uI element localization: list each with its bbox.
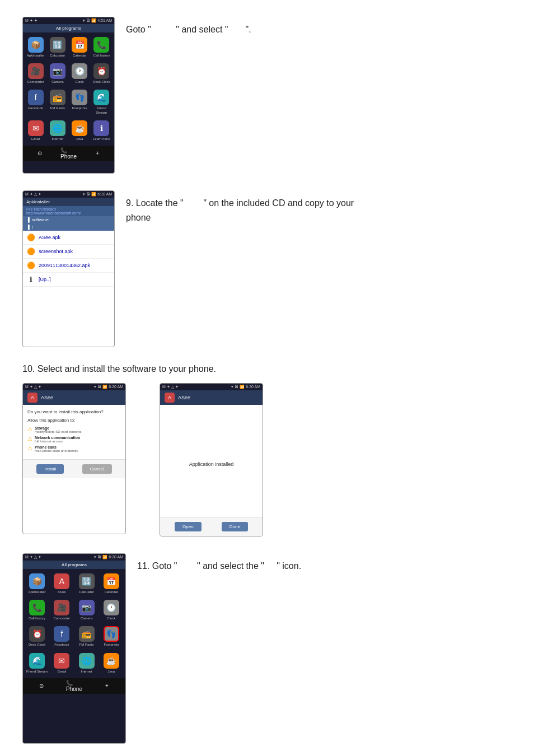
app-item-gmail[interactable]: ✉Gmail: [25, 118, 46, 143]
app-icon: 🌊: [93, 90, 109, 105]
app-item2-clock[interactable]: 🕐Clock: [100, 598, 123, 623]
fm-file-icon: 🟠: [26, 261, 35, 270]
inst5-step: 11.: [137, 561, 149, 571]
folder2-label: i: [32, 225, 33, 230]
app-item-calculator[interactable]: 🔢Calculator: [47, 35, 68, 60]
app-label2: Desk Clock: [29, 643, 45, 647]
app-item2-java[interactable]: ☕Java: [100, 651, 123, 676]
instruction-1: Goto " " and select " ".: [126, 17, 512, 37]
app-item-clock[interactable]: 🕐Clock: [69, 61, 90, 86]
inst1-middle: " and select ": [176, 25, 228, 34]
fm-path-text: File Path:/sdcard: [26, 207, 111, 211]
app-item2-footprints[interactable]: 👣Footprints: [100, 624, 123, 649]
status-bar-2: M ✦ △ ✦ ▾ 🖻 📶 6:20 AM: [23, 554, 125, 561]
fm-file-label: 200911130014362.apk: [39, 263, 90, 268]
plus-btn-1[interactable]: +: [92, 148, 103, 159]
app-icon: 📻: [50, 90, 65, 105]
app-item2-asee[interactable]: AASee: [50, 571, 73, 596]
app-icon2: ⏰: [29, 626, 45, 642]
app-label: Facebook: [28, 106, 43, 110]
app-item2-facebook[interactable]: fFacebook: [50, 624, 73, 649]
app-icon2: A: [54, 573, 69, 589]
app-item-camcorder[interactable]: 🎥Camcorder: [25, 61, 46, 86]
inst-status-right-r: ▾ 🖻 📶 6:20 AM: [231, 385, 260, 389]
done-button[interactable]: Done: [222, 522, 248, 531]
app-item-desk-clock[interactable]: ⏰Desk Clock: [91, 61, 112, 86]
app-item2-gmail[interactable]: ✉Gmail: [50, 651, 73, 676]
app-item-internet[interactable]: 🌐Internet: [47, 118, 68, 143]
app-item2-call-history[interactable]: 📞Call history: [25, 598, 49, 623]
title-bar-2: All programs: [23, 561, 125, 569]
fm-folder2[interactable]: ▐ i: [23, 223, 114, 231]
app-item-facebook[interactable]: fFacebook: [25, 87, 46, 116]
folder2-icon: ▐: [26, 225, 30, 230]
inst-appname: ASee: [41, 395, 53, 400]
app-item-call-history[interactable]: 📞Call history: [91, 35, 112, 60]
fm-file-item[interactable]: ℹ[Up..]: [23, 273, 114, 287]
app-label2: Calendar: [105, 590, 118, 594]
plus-btn-2[interactable]: +: [101, 680, 113, 692]
app-label2: Facebook: [54, 643, 69, 647]
phone-btn-1[interactable]: 📞 Phone: [63, 148, 74, 159]
app-item2-internet[interactable]: 🌐Internet: [75, 651, 99, 676]
app-label: Calendar: [73, 54, 86, 58]
fm-file-item[interactable]: 🟠ASee.apk: [23, 231, 114, 245]
app-item-friend-stream[interactable]: 🌊Friend Stream: [91, 87, 112, 116]
app-label2: ApkInstaller: [28, 590, 45, 594]
inst-app-icon: A: [27, 393, 38, 403]
app-item-fm-radio[interactable]: 📻FM Radio: [47, 87, 68, 116]
bottom-bar-2: ⊙ 📞 Phone +: [23, 678, 125, 694]
fm-file-item[interactable]: 🟠200911130014362.apk: [23, 259, 114, 273]
app-item-apkinstaller[interactable]: 📦ApkInstaller: [25, 35, 46, 60]
app-item2-friend-stream[interactable]: 🌊Friend Stream: [25, 651, 49, 676]
app-icon: ⏰: [93, 63, 109, 79]
app-label: ApkInstaller: [27, 54, 44, 58]
perm-phone-icon: ⚠: [27, 445, 32, 451]
inst-header-left: A ASee: [23, 390, 125, 405]
fm-file-item[interactable]: 🟠screenshot.apk: [23, 245, 114, 259]
app-label: Clock: [76, 80, 84, 84]
install-button[interactable]: Install: [36, 464, 64, 474]
back-btn-1[interactable]: ⊙: [34, 148, 45, 159]
app-icon: ℹ: [93, 120, 109, 136]
app-label: Camcorder: [27, 80, 44, 84]
app-item2-calendar[interactable]: 📅Calendar: [100, 571, 123, 596]
app-item-camera[interactable]: 📷Camera: [47, 61, 68, 86]
app-item-calendar[interactable]: 📅Calendar: [69, 35, 90, 60]
app-icon: 📦: [28, 37, 44, 53]
app-icon: 🌐: [50, 120, 65, 136]
inst-buttons: Install Cancel: [23, 459, 125, 478]
app-label2: Camera: [81, 617, 92, 620]
app-item2-camcorder[interactable]: 🎥Camcorder: [50, 598, 73, 623]
phone-btn-2[interactable]: 📞 Phone: [68, 680, 79, 692]
app-icon2: 👣: [104, 626, 119, 642]
inst-status-left-l: M ✦ △ ✦: [25, 385, 41, 389]
app-item2-desk-clock[interactable]: ⏰Desk Clock: [25, 624, 49, 649]
app-icon: 📅: [72, 37, 87, 53]
app-icon2: 🌐: [79, 653, 95, 669]
open-button[interactable]: Open: [175, 522, 202, 531]
app-item2-apkinstaller[interactable]: 📦ApkInstaller: [25, 571, 49, 596]
fm-folder1[interactable]: ▐ software: [23, 216, 114, 223]
app-item2-fm-radio[interactable]: 📻FM Radio: [75, 624, 99, 649]
section1: M ✦ ✦ ▾ 🖻 📶 4:51 AM All programs 📦ApkIns…: [22, 17, 512, 174]
inst5-suffix: " icon.: [277, 561, 301, 571]
app-item-learn-more[interactable]: ℹLearn more: [91, 118, 112, 143]
perm-network: ⚠ Network communication full Internet ac…: [27, 436, 121, 443]
app-label: Footprints: [72, 106, 87, 110]
fm-file-icon: ℹ: [26, 275, 35, 284]
app-item2-calculator[interactable]: 🔢Calculator: [75, 571, 99, 596]
title-bar-1: All programs: [23, 24, 114, 32]
app-item-footprints[interactable]: 👣Footprints: [69, 87, 90, 116]
inst2-suffix2: phone: [126, 213, 151, 222]
app-icon: 📷: [50, 63, 65, 79]
fm-status-bar: M ✦ △ ✦ ▾ 🖻 📶 6:10 AM: [23, 191, 114, 198]
fm-file-label: ASee.apk: [39, 235, 60, 240]
app-item-java[interactable]: ☕Java: [69, 118, 90, 143]
app-label: Call history: [93, 54, 110, 58]
app-item2-camera[interactable]: 📷Camera: [75, 598, 99, 623]
back-btn-2[interactable]: ⊙: [36, 680, 47, 692]
app-icon: f: [28, 90, 44, 105]
app-label: Gmail: [31, 137, 40, 141]
cancel-button[interactable]: Cancel: [82, 464, 112, 474]
